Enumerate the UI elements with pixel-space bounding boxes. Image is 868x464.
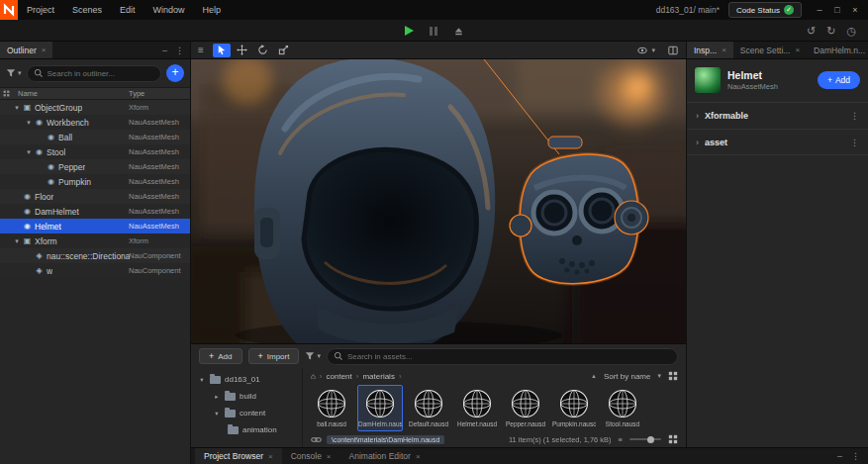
thumbnail-size-slider[interactable] — [629, 438, 661, 440]
viewport-layout-icon[interactable] — [667, 46, 679, 55]
table-row[interactable]: ▾ ◉ Workbench NauAssetMesh — [0, 115, 190, 130]
tree-item-dd163-01[interactable]: ▾ dd163_01 — [191, 371, 302, 388]
outliner-add-button[interactable]: + — [166, 64, 184, 82]
viewport-menu-icon[interactable]: ≡ — [198, 45, 204, 55]
pause-button[interactable] — [430, 27, 437, 36]
outliner-filter-button[interactable]: ▾ — [6, 68, 22, 78]
breadcrumb-content[interactable]: content — [327, 372, 352, 381]
redo-button[interactable]: ↻ — [826, 25, 835, 38]
menu-help[interactable]: Help — [194, 0, 231, 20]
breadcrumb-materials[interactable]: materials — [362, 372, 394, 381]
table-row[interactable]: ▾ ▣ ObjectGroup Xform — [0, 100, 190, 115]
table-row[interactable]: ▾ ◉ Stool NauAssetMesh — [0, 144, 190, 159]
viewport-toolbar: ≡ ▾ — [191, 42, 686, 59]
table-row[interactable]: ◉ Pumpkin NauAssetMesh — [0, 174, 190, 189]
table-row[interactable]: ▾ ▣ Xform Xform — [0, 233, 190, 248]
tab-animation-editor[interactable]: Animation Editor × — [340, 448, 430, 464]
assets-import-button[interactable]: + Import — [248, 348, 300, 364]
home-icon[interactable]: ⌂ — [311, 372, 316, 381]
table-row[interactable]: ◉ Floor NauAssetMesh — [0, 189, 190, 204]
column-type[interactable]: Type — [129, 89, 145, 98]
chevron-down-icon[interactable]: ▾ — [24, 119, 34, 127]
viewport-canvas[interactable] — [191, 59, 686, 343]
list-view-icon[interactable]: ≡ — [619, 435, 623, 444]
add-component-button[interactable]: + Add — [818, 71, 860, 89]
scale-tool-button[interactable] — [275, 44, 293, 57]
outliner-search-input[interactable] — [48, 69, 154, 78]
close-icon[interactable]: × — [327, 452, 332, 461]
menu-edit[interactable]: Edit — [111, 0, 145, 20]
assets-search-input[interactable] — [347, 352, 671, 361]
chevron-down-icon[interactable]: ▾ — [198, 376, 206, 384]
section-xformable[interactable]: › Xformable ⋮ — [687, 102, 868, 129]
close-icon[interactable]: × — [722, 46, 726, 54]
code-status-badge[interactable]: Code Status ✓ — [728, 2, 802, 18]
tree-item-build[interactable]: ▸ build — [191, 388, 302, 405]
panel-minimize-icon[interactable]: – — [162, 46, 167, 55]
move-tool-button[interactable] — [234, 44, 251, 57]
sort-by-dropdown[interactable]: Sort by name — [604, 372, 651, 381]
table-row[interactable]: ◈ w NauComponent — [0, 263, 190, 278]
table-row-selected[interactable]: ◉ Helmet NauAssetMesh — [0, 219, 190, 233]
close-icon[interactable]: × — [42, 46, 47, 54]
close-button[interactable]: × — [846, 1, 864, 19]
section-asset[interactable]: › asset ⋮ — [687, 129, 868, 155]
menu-project[interactable]: Project — [18, 0, 63, 20]
sort-direction-icon[interactable]: ▲ — [591, 373, 597, 379]
select-tool-button[interactable] — [213, 44, 231, 57]
tab-console[interactable]: Console × — [282, 448, 340, 464]
more-vertical-icon[interactable]: ⋮ — [175, 46, 184, 55]
tree-item-content[interactable]: ▾ content — [191, 405, 302, 421]
chevron-down-icon[interactable]: ▾ — [12, 104, 22, 112]
minimize-button[interactable]: – — [811, 1, 828, 19]
outliner-search-box[interactable] — [27, 65, 161, 82]
column-name[interactable]: Name — [18, 89, 38, 98]
asset-tile[interactable]: ball.nausd — [309, 385, 354, 431]
chevron-down-icon[interactable]: ▾ — [24, 148, 34, 156]
table-row[interactable]: ◉ Ball NauAssetMesh — [0, 130, 190, 144]
asset-tile[interactable]: Default.nausd — [406, 385, 451, 431]
breadcrumb-separator: › — [356, 372, 359, 381]
app-logo-icon[interactable] — [0, 0, 18, 20]
grid-view-icon[interactable] — [668, 434, 678, 444]
table-row[interactable]: ◉ Pepper NauAssetMesh — [0, 159, 190, 174]
maximize-button[interactable]: □ — [828, 1, 846, 19]
table-row[interactable]: ◈ nau::scene::DirectionalL... NauCompone… — [0, 248, 190, 263]
tab-outliner[interactable]: Outliner × — [0, 42, 52, 58]
menu-window[interactable]: Window — [145, 0, 194, 20]
more-vertical-icon[interactable]: ⋮ — [851, 451, 860, 461]
more-vertical-icon[interactable]: ⋮ — [850, 111, 859, 121]
tab-inspector[interactable]: Insp... × — [687, 42, 733, 58]
table-row[interactable]: ◉ DamHelmet NauAssetMesh — [0, 204, 190, 219]
undo-button[interactable]: ↺ — [807, 25, 816, 38]
asset-tile[interactable]: Pepper.nausd — [503, 385, 548, 431]
chevron-right-icon[interactable]: ▸ — [213, 393, 221, 401]
assets-filter-button[interactable]: ▾ — [305, 351, 321, 361]
close-icon[interactable]: × — [416, 452, 421, 461]
chevron-down-icon[interactable]: ▾ — [213, 410, 221, 418]
history-button[interactable]: ◷ — [846, 25, 856, 38]
selected-asset-path[interactable]: \content\materials\DamHelm.nausd — [327, 435, 444, 444]
tree-item-animation[interactable]: animation — [191, 421, 302, 438]
assets-add-button[interactable]: + Add — [199, 348, 242, 364]
asset-tile[interactable]: Pumpkin.nausd — [551, 385, 597, 431]
play-button[interactable] — [405, 26, 414, 36]
close-icon[interactable]: × — [268, 452, 273, 461]
tab-project-browser[interactable]: Project Browser × — [195, 448, 282, 464]
assets-search-box[interactable] — [327, 348, 678, 365]
slider-knob[interactable] — [647, 436, 654, 443]
viewport-display-dropdown[interactable]: ▾ — [636, 46, 655, 55]
asset-tile[interactable]: Helmet.nausd — [454, 385, 500, 431]
menu-scenes[interactable]: Scenes — [63, 0, 111, 20]
asset-tile[interactable]: Stool.nausd — [600, 385, 645, 431]
more-vertical-icon[interactable]: ⋮ — [850, 138, 859, 147]
tab-scene-settings[interactable]: Scene Setti... × — [733, 42, 807, 58]
chevron-down-icon[interactable]: ▾ — [12, 237, 22, 245]
panel-minimize-icon[interactable]: – — [837, 451, 842, 461]
build-button[interactable] — [453, 26, 464, 37]
asset-tile-selected[interactable]: DamHelm.nausd — [357, 385, 403, 431]
rotate-tool-button[interactable] — [254, 44, 272, 57]
close-icon[interactable]: × — [795, 46, 800, 54]
tab-damhelm[interactable]: DamHelm.n... × — [807, 42, 868, 58]
grid-view-icon[interactable] — [668, 371, 678, 381]
